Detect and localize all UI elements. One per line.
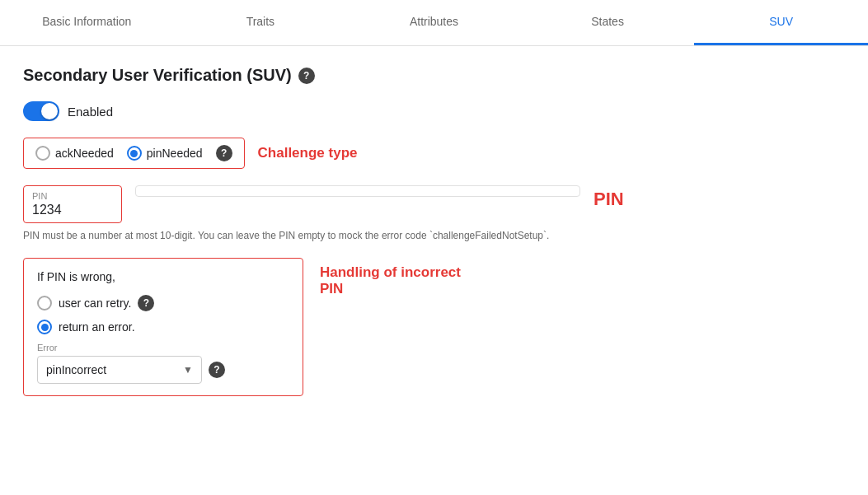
handling-annotation: Handling of incorrect PIN xyxy=(320,258,485,297)
challenge-type-annotation: Challenge type xyxy=(258,145,358,161)
tab-states[interactable]: States xyxy=(521,0,695,45)
tab-attributes[interactable]: Attributes xyxy=(347,0,521,45)
dropdown-label: Error xyxy=(37,343,289,353)
main-container: Basic Information Traits Attributes Stat… xyxy=(0,0,868,495)
error-dropdown-section: Error pinIncorrect ▼ ? xyxy=(37,343,289,384)
dropdown-row: pinIncorrect ▼ ? xyxy=(37,356,289,384)
title-help-icon[interactable]: ? xyxy=(298,68,315,84)
challenge-type-section: ackNeeded pinNeeded ? Challenge type xyxy=(23,138,845,169)
radio-circle-error[interactable] xyxy=(37,320,52,334)
radio-circle-retry[interactable] xyxy=(37,296,52,311)
radio-row-error: return an error. xyxy=(37,320,289,334)
section-title: Secondary User Verification (SUV) ? xyxy=(23,66,845,85)
handling-section: If PIN is wrong, user can retry. ? retur… xyxy=(23,258,845,396)
pin-full-field[interactable] xyxy=(135,185,580,197)
pin-field-box[interactable]: PIN 1234 xyxy=(23,185,122,223)
enabled-toggle-row: Enabled xyxy=(23,101,845,121)
section-title-text: Secondary User Verification (SUV) xyxy=(23,66,292,85)
radio-label-error: return an error. xyxy=(59,320,135,334)
error-dropdown-help-icon[interactable]: ? xyxy=(209,362,225,378)
radio-label-pinneeded: pinNeeded xyxy=(147,147,203,160)
radio-label-retry: user can retry. xyxy=(59,297,131,310)
tab-basic-information[interactable]: Basic Information xyxy=(0,0,174,45)
toggle-thumb xyxy=(41,103,58,119)
pin-section: PIN 1234 PIN xyxy=(23,185,845,223)
toggle-track[interactable] xyxy=(23,101,59,121)
pin-hint: PIN must be a number at most 10-digit. Y… xyxy=(23,230,600,241)
tab-bar: Basic Information Traits Attributes Stat… xyxy=(0,0,868,46)
challenge-type-box: ackNeeded pinNeeded ? xyxy=(23,138,245,169)
enabled-toggle[interactable] xyxy=(23,101,59,121)
handling-box: If PIN is wrong, user can retry. ? retur… xyxy=(23,258,303,396)
radio-option-ackneeded[interactable]: ackNeeded xyxy=(35,146,114,161)
radio-label-ackneeded: ackNeeded xyxy=(55,147,114,160)
challenge-type-help-icon[interactable]: ? xyxy=(216,145,232,161)
pin-field-value[interactable]: 1234 xyxy=(32,203,113,217)
dropdown-value: pinIncorrect xyxy=(46,363,106,376)
radio-circle-pinneeded[interactable] xyxy=(127,146,142,161)
radio-option-pinneeded[interactable]: pinNeeded xyxy=(127,146,203,161)
radio-row-retry: user can retry. ? xyxy=(37,295,289,311)
content-area: Secondary User Verification (SUV) ? Enab… xyxy=(0,46,868,416)
tab-suv[interactable]: SUV xyxy=(694,0,868,45)
radio-circle-ackneeded[interactable] xyxy=(35,146,50,161)
pin-field-label: PIN xyxy=(32,191,113,201)
retry-help-icon[interactable]: ? xyxy=(138,295,154,311)
dropdown-arrow-icon: ▼ xyxy=(183,364,193,376)
handling-title: If PIN is wrong, xyxy=(37,270,289,283)
enabled-label: Enabled xyxy=(68,105,113,119)
pin-annotation: PIN xyxy=(594,185,624,210)
error-dropdown[interactable]: pinIncorrect ▼ xyxy=(37,356,202,384)
tab-traits[interactable]: Traits xyxy=(174,0,348,45)
